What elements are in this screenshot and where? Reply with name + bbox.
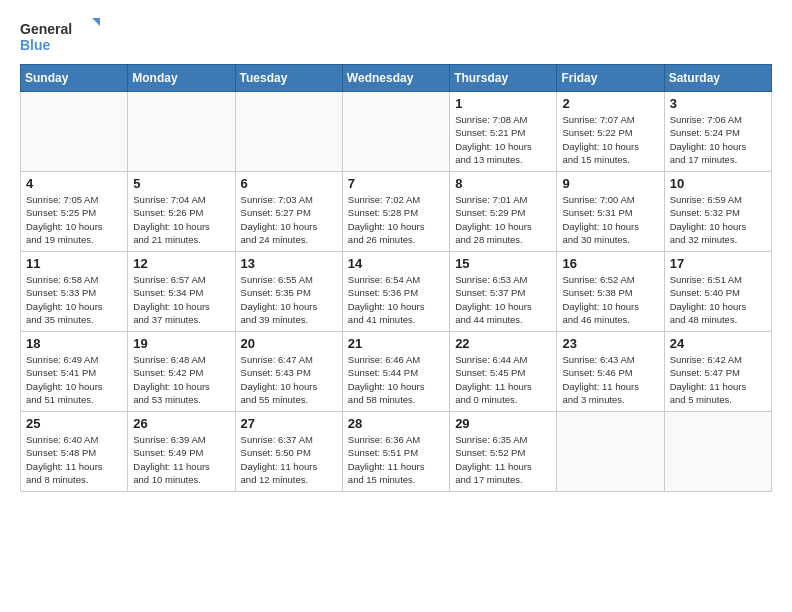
day-number: 3 [670,96,766,111]
day-info: Sunrise: 6:42 AM Sunset: 5:47 PM Dayligh… [670,353,766,406]
col-header-thursday: Thursday [450,65,557,92]
day-info: Sunrise: 6:52 AM Sunset: 5:38 PM Dayligh… [562,273,658,326]
col-header-friday: Friday [557,65,664,92]
day-info: Sunrise: 7:07 AM Sunset: 5:22 PM Dayligh… [562,113,658,166]
day-cell: 29Sunrise: 6:35 AM Sunset: 5:52 PM Dayli… [450,412,557,492]
day-number: 29 [455,416,551,431]
col-header-monday: Monday [128,65,235,92]
day-info: Sunrise: 7:03 AM Sunset: 5:27 PM Dayligh… [241,193,337,246]
day-info: Sunrise: 7:08 AM Sunset: 5:21 PM Dayligh… [455,113,551,166]
day-number: 6 [241,176,337,191]
day-info: Sunrise: 6:55 AM Sunset: 5:35 PM Dayligh… [241,273,337,326]
day-number: 16 [562,256,658,271]
svg-text:Blue: Blue [20,37,51,53]
week-row-5: 25Sunrise: 6:40 AM Sunset: 5:48 PM Dayli… [21,412,772,492]
day-info: Sunrise: 6:48 AM Sunset: 5:42 PM Dayligh… [133,353,229,406]
col-header-tuesday: Tuesday [235,65,342,92]
day-info: Sunrise: 6:54 AM Sunset: 5:36 PM Dayligh… [348,273,444,326]
day-number: 10 [670,176,766,191]
day-cell [235,92,342,172]
day-info: Sunrise: 7:02 AM Sunset: 5:28 PM Dayligh… [348,193,444,246]
day-cell: 8Sunrise: 7:01 AM Sunset: 5:29 PM Daylig… [450,172,557,252]
col-header-saturday: Saturday [664,65,771,92]
calendar-table: SundayMondayTuesdayWednesdayThursdayFrid… [20,64,772,492]
day-cell [664,412,771,492]
day-cell: 3Sunrise: 7:06 AM Sunset: 5:24 PM Daylig… [664,92,771,172]
day-info: Sunrise: 7:01 AM Sunset: 5:29 PM Dayligh… [455,193,551,246]
day-number: 26 [133,416,229,431]
svg-marker-2 [92,18,100,26]
day-cell: 5Sunrise: 7:04 AM Sunset: 5:26 PM Daylig… [128,172,235,252]
day-number: 13 [241,256,337,271]
week-row-3: 11Sunrise: 6:58 AM Sunset: 5:33 PM Dayli… [21,252,772,332]
day-cell: 13Sunrise: 6:55 AM Sunset: 5:35 PM Dayli… [235,252,342,332]
logo: General Blue [20,16,100,56]
day-info: Sunrise: 7:05 AM Sunset: 5:25 PM Dayligh… [26,193,122,246]
day-cell: 6Sunrise: 7:03 AM Sunset: 5:27 PM Daylig… [235,172,342,252]
day-number: 14 [348,256,444,271]
day-info: Sunrise: 6:40 AM Sunset: 5:48 PM Dayligh… [26,433,122,486]
day-info: Sunrise: 6:47 AM Sunset: 5:43 PM Dayligh… [241,353,337,406]
day-cell: 10Sunrise: 6:59 AM Sunset: 5:32 PM Dayli… [664,172,771,252]
day-cell: 14Sunrise: 6:54 AM Sunset: 5:36 PM Dayli… [342,252,449,332]
day-info: Sunrise: 6:58 AM Sunset: 5:33 PM Dayligh… [26,273,122,326]
day-info: Sunrise: 6:35 AM Sunset: 5:52 PM Dayligh… [455,433,551,486]
day-info: Sunrise: 6:37 AM Sunset: 5:50 PM Dayligh… [241,433,337,486]
day-number: 20 [241,336,337,351]
day-info: Sunrise: 6:39 AM Sunset: 5:49 PM Dayligh… [133,433,229,486]
day-info: Sunrise: 6:57 AM Sunset: 5:34 PM Dayligh… [133,273,229,326]
day-number: 18 [26,336,122,351]
day-info: Sunrise: 7:06 AM Sunset: 5:24 PM Dayligh… [670,113,766,166]
logo-svg: General Blue [20,16,100,56]
day-number: 25 [26,416,122,431]
day-cell: 27Sunrise: 6:37 AM Sunset: 5:50 PM Dayli… [235,412,342,492]
day-cell: 15Sunrise: 6:53 AM Sunset: 5:37 PM Dayli… [450,252,557,332]
day-cell: 21Sunrise: 6:46 AM Sunset: 5:44 PM Dayli… [342,332,449,412]
day-number: 21 [348,336,444,351]
day-cell: 17Sunrise: 6:51 AM Sunset: 5:40 PM Dayli… [664,252,771,332]
day-cell: 2Sunrise: 7:07 AM Sunset: 5:22 PM Daylig… [557,92,664,172]
day-cell: 24Sunrise: 6:42 AM Sunset: 5:47 PM Dayli… [664,332,771,412]
svg-text:General: General [20,21,72,37]
day-cell: 9Sunrise: 7:00 AM Sunset: 5:31 PM Daylig… [557,172,664,252]
day-info: Sunrise: 7:00 AM Sunset: 5:31 PM Dayligh… [562,193,658,246]
header: General Blue [20,16,772,56]
day-number: 27 [241,416,337,431]
week-row-2: 4Sunrise: 7:05 AM Sunset: 5:25 PM Daylig… [21,172,772,252]
day-number: 22 [455,336,551,351]
day-cell: 16Sunrise: 6:52 AM Sunset: 5:38 PM Dayli… [557,252,664,332]
header-row: SundayMondayTuesdayWednesdayThursdayFrid… [21,65,772,92]
day-number: 15 [455,256,551,271]
day-cell: 19Sunrise: 6:48 AM Sunset: 5:42 PM Dayli… [128,332,235,412]
day-info: Sunrise: 6:44 AM Sunset: 5:45 PM Dayligh… [455,353,551,406]
day-cell: 28Sunrise: 6:36 AM Sunset: 5:51 PM Dayli… [342,412,449,492]
day-cell: 20Sunrise: 6:47 AM Sunset: 5:43 PM Dayli… [235,332,342,412]
day-cell: 12Sunrise: 6:57 AM Sunset: 5:34 PM Dayli… [128,252,235,332]
day-cell: 23Sunrise: 6:43 AM Sunset: 5:46 PM Dayli… [557,332,664,412]
day-cell: 7Sunrise: 7:02 AM Sunset: 5:28 PM Daylig… [342,172,449,252]
day-cell [21,92,128,172]
day-number: 24 [670,336,766,351]
day-cell: 4Sunrise: 7:05 AM Sunset: 5:25 PM Daylig… [21,172,128,252]
day-cell [342,92,449,172]
day-number: 11 [26,256,122,271]
day-number: 12 [133,256,229,271]
day-info: Sunrise: 6:49 AM Sunset: 5:41 PM Dayligh… [26,353,122,406]
day-cell: 22Sunrise: 6:44 AM Sunset: 5:45 PM Dayli… [450,332,557,412]
day-cell: 1Sunrise: 7:08 AM Sunset: 5:21 PM Daylig… [450,92,557,172]
day-number: 1 [455,96,551,111]
day-info: Sunrise: 6:46 AM Sunset: 5:44 PM Dayligh… [348,353,444,406]
day-info: Sunrise: 6:51 AM Sunset: 5:40 PM Dayligh… [670,273,766,326]
day-number: 23 [562,336,658,351]
day-cell [128,92,235,172]
day-number: 17 [670,256,766,271]
day-number: 8 [455,176,551,191]
day-cell: 25Sunrise: 6:40 AM Sunset: 5:48 PM Dayli… [21,412,128,492]
day-cell: 11Sunrise: 6:58 AM Sunset: 5:33 PM Dayli… [21,252,128,332]
day-number: 4 [26,176,122,191]
week-row-4: 18Sunrise: 6:49 AM Sunset: 5:41 PM Dayli… [21,332,772,412]
day-number: 7 [348,176,444,191]
day-info: Sunrise: 6:36 AM Sunset: 5:51 PM Dayligh… [348,433,444,486]
day-number: 2 [562,96,658,111]
day-cell [557,412,664,492]
